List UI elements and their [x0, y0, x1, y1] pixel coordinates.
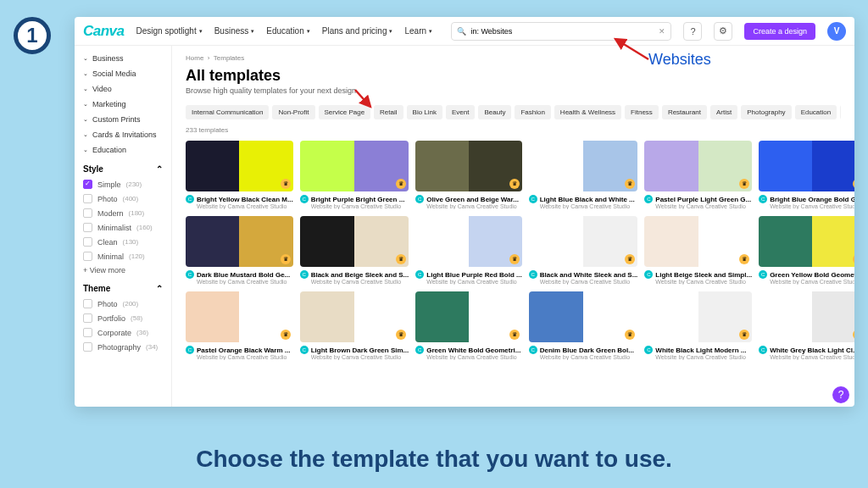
template-card[interactable]: ♛CLight Brown Dark Green Sim...Website b…	[300, 291, 409, 360]
nav-design-spotlight[interactable]: Design spotlight▾	[136, 26, 203, 36]
filter-chip[interactable]: Non-Profit	[272, 105, 314, 119]
template-card[interactable]: ♛CDark Blue Mustard Bold Ge...Website by…	[186, 216, 293, 285]
template-card[interactable]: ♛CBlack and White Sleek and S...Website …	[529, 216, 638, 285]
sidebar-category[interactable]: ⌄Social Media	[75, 66, 171, 81]
filter-chip[interactable]: Education	[795, 105, 837, 119]
theme-section-header[interactable]: Theme⌃	[75, 277, 171, 297]
nav-business[interactable]: Business▾	[214, 26, 255, 36]
template-name: Light Beige Sleek and Simpl...	[655, 271, 752, 279]
breadcrumb-templates[interactable]: Templates	[214, 54, 244, 62]
checkbox[interactable]	[83, 342, 92, 352]
filter-chip[interactable]: Beauty	[478, 105, 511, 119]
filter-chip[interactable]: Real Estate	[840, 105, 841, 119]
verified-badge-icon: C	[529, 195, 537, 203]
help-fab[interactable]: ?	[832, 386, 849, 403]
checkbox[interactable]	[83, 313, 92, 323]
create-design-button[interactable]: Create a design	[744, 23, 815, 40]
style-filter[interactable]: Modern (180)	[75, 206, 171, 220]
style-filter[interactable]: Minimal (120)	[75, 249, 171, 263]
sidebar-category[interactable]: ⌄Custom Prints	[75, 112, 171, 127]
user-avatar[interactable]: V	[827, 22, 846, 41]
template-card[interactable]: ♛CBright Purple Bright Green ...Website …	[300, 141, 409, 209]
template-card[interactable]: ♛CDenim Blue Dark Green Bol...Website by…	[529, 291, 638, 360]
chevron-up-icon: ⌃	[156, 164, 163, 174]
page-title: All templates	[186, 67, 841, 85]
chevron-up-icon: ⌃	[156, 284, 163, 293]
breadcrumb-home[interactable]: Home	[186, 54, 203, 62]
template-card[interactable]: ♛CPastel Purple Light Green G...Website …	[644, 141, 752, 209]
verified-badge-icon: C	[186, 195, 194, 203]
filter-chip[interactable]: Event	[446, 105, 475, 119]
theme-filter[interactable]: Corporate (36)	[75, 325, 171, 340]
sidebar-category[interactable]: ⌄Cards & Invitations	[75, 127, 171, 142]
checkbox[interactable]	[83, 328, 92, 337]
help-icon[interactable]: ?	[683, 22, 702, 41]
template-thumbnail: ♛	[186, 291, 293, 342]
style-filter[interactable]: Minimalist (160)	[75, 220, 171, 235]
filter-chip[interactable]: Restaurant	[662, 105, 707, 119]
chevron-down-icon: ▾	[251, 28, 254, 35]
filter-chip[interactable]: Internal Communication	[186, 105, 269, 119]
template-card[interactable]: ♛CGreen Yellow Bold Geometr...Website by…	[759, 216, 854, 285]
sidebar-category[interactable]: ⌄Business	[75, 51, 171, 66]
filter-chip[interactable]: Fashion	[515, 105, 550, 119]
verified-badge-icon: C	[415, 270, 424, 279]
filter-chip[interactable]: Photography	[741, 105, 791, 119]
checkbox[interactable]	[83, 223, 92, 232]
template-card[interactable]: ♛CBright Yellow Black Clean M...Website …	[186, 141, 293, 209]
sidebar-category[interactable]: ⌄Marketing	[75, 97, 171, 112]
search-input[interactable]	[470, 27, 654, 36]
theme-filter[interactable]: Photography (34)	[75, 340, 171, 354]
template-name: Bright Blue Orange Bold Ge...	[770, 196, 854, 203]
style-filter[interactable]: Clean (130)	[75, 235, 171, 249]
sidebar-category[interactable]: ⌄Video	[75, 81, 171, 97]
checkbox[interactable]	[83, 180, 92, 189]
template-thumbnail: ♛	[186, 216, 293, 267]
search-icon: 🔍	[457, 27, 466, 36]
filter-chip[interactable]: Health & Wellness	[554, 105, 621, 119]
style-filter[interactable]: Photo (400)	[75, 191, 171, 206]
template-card[interactable]: ♛CWhite Black Light Modern ...Website by…	[644, 291, 752, 360]
premium-badge-icon: ♛	[281, 330, 291, 340]
style-section-header[interactable]: Style⌃	[75, 158, 171, 177]
template-card[interactable]: ♛COlive Green and Beige War...Website by…	[415, 141, 521, 209]
template-card[interactable]: ♛CLight Beige Sleek and Simpl...Website …	[644, 216, 752, 285]
template-card[interactable]: ♛CGreen White Bold Geometri...Website by…	[415, 291, 521, 360]
checkbox[interactable]	[83, 208, 92, 218]
template-name: Bright Yellow Black Clean M...	[197, 196, 293, 203]
template-card[interactable]: ♛CPastel Orange Black Warm ...Website by…	[186, 291, 293, 360]
settings-icon[interactable]: ⚙	[714, 22, 732, 41]
filter-chip[interactable]: Retail	[374, 105, 403, 119]
checkbox[interactable]	[83, 237, 92, 247]
template-card[interactable]: ♛CBright Blue Orange Bold Ge...Website b…	[759, 141, 854, 209]
premium-badge-icon: ♛	[509, 330, 520, 340]
clear-icon[interactable]: ✕	[659, 27, 665, 36]
sidebar-category[interactable]: ⌄Education	[75, 142, 171, 158]
view-more-button[interactable]: + View more	[75, 263, 171, 277]
theme-filter[interactable]: Portfolio (58)	[75, 311, 171, 325]
template-card[interactable]: ♛CBlack and Beige Sleek and S...Website …	[300, 216, 409, 285]
filter-chip[interactable]: Bio Link	[407, 105, 442, 119]
style-filter[interactable]: Simple (230)	[75, 177, 171, 191]
annotation-arrow-icon	[352, 86, 377, 112]
annotation-arrow-icon	[610, 36, 653, 61]
checkbox[interactable]	[83, 299, 92, 308]
checkbox[interactable]	[83, 194, 92, 203]
nav-education[interactable]: Education▾	[266, 26, 309, 36]
premium-badge-icon: ♛	[509, 254, 520, 264]
nav-learn[interactable]: Learn▾	[404, 26, 432, 36]
verified-badge-icon: C	[186, 346, 194, 354]
checkbox[interactable]	[83, 252, 92, 261]
canva-logo[interactable]: Canva	[83, 23, 125, 40]
theme-filter[interactable]: Photo (200)	[75, 297, 171, 311]
verified-badge-icon: C	[300, 195, 309, 203]
template-card[interactable]: ♛CLight Blue Black and White ...Website …	[529, 141, 638, 209]
filter-chip[interactable]: Artist	[710, 105, 737, 119]
verified-badge-icon: C	[415, 346, 424, 354]
nav-plans[interactable]: Plans and pricing▾	[322, 26, 393, 36]
svg-line-1	[355, 90, 370, 107]
template-card[interactable]: ♛CLight Blue Purple Red Bold ...Website …	[415, 216, 521, 285]
filter-chip[interactable]: Fitness	[625, 105, 659, 119]
template-card[interactable]: ♛CWhite Grey Black Light Cl...Website by…	[759, 291, 854, 360]
verified-badge-icon: C	[759, 270, 767, 279]
